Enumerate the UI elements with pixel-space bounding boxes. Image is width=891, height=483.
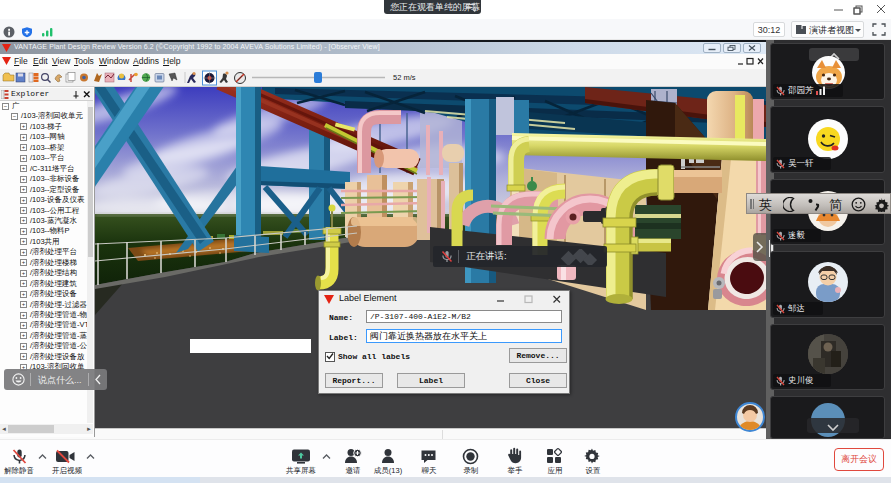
svg-text:52 m/s: 52 m/s bbox=[393, 73, 416, 82]
